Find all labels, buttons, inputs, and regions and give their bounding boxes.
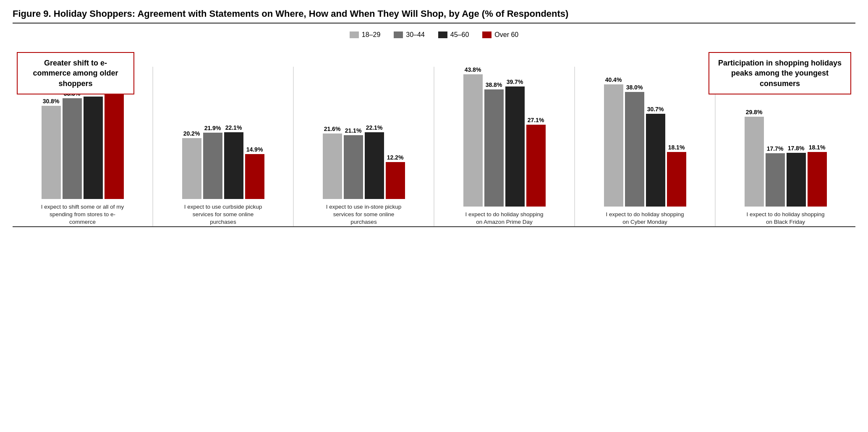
legend: 18–2930–4445–60Over 60 [13, 31, 855, 39]
bar-value-label: 18.1% [809, 144, 826, 151]
bar-rect [344, 135, 363, 199]
bar-value-label: 39.7% [507, 79, 523, 85]
chart-group: 20.2%21.9%22.1%14.9%I expect to use curb… [153, 48, 293, 226]
bars-container: 43.8%38.8%39.7%27.1% [463, 55, 546, 207]
legend-swatch [482, 31, 492, 38]
bar-column: 40.4% [604, 76, 623, 207]
legend-label: 18–29 [362, 31, 381, 39]
legend-item: 45–60 [438, 31, 469, 39]
legend-item: 30–44 [394, 31, 425, 39]
group-label: I expect to use in-store pickup services… [322, 203, 406, 226]
bar-value-label: 30.8% [43, 98, 60, 105]
group-label: I expect to do holiday shopping on Cyber… [603, 211, 687, 226]
bar-value-label: 21.1% [345, 127, 362, 134]
bar-rect [646, 114, 665, 207]
bar-rect [386, 162, 405, 199]
bar-value-label: 17.7% [767, 145, 784, 152]
chart-group: 43.8%38.8%39.7%27.1%I expect to do holid… [434, 55, 574, 226]
bar-column: 21.9% [203, 125, 222, 199]
bar-column: 17.8% [787, 145, 806, 207]
bar-column: 30.7% [646, 106, 665, 207]
bar-column: 38.0% [625, 84, 644, 207]
bar-column: 27.1% [526, 117, 546, 207]
legend-swatch [350, 31, 359, 38]
bar-value-label: 38.0% [626, 84, 643, 91]
bar-value-label: 27.1% [528, 117, 544, 123]
bar-value-label: 20.2% [183, 130, 200, 137]
bar-value-label: 18.1% [668, 144, 685, 151]
bar-value-label: 40.4% [605, 76, 622, 83]
bar-rect [245, 154, 264, 199]
page-title: Figure 9. Holiday Shoppers: Agreement wi… [13, 8, 855, 24]
bar-column: 39.7% [505, 79, 525, 207]
bar-value-label: 21.6% [324, 126, 341, 132]
bar-rect [365, 132, 384, 199]
bars-container: 20.2%21.9%22.1%14.9% [182, 48, 264, 199]
legend-swatch [438, 31, 447, 38]
bar-column: 22.1% [365, 124, 384, 199]
bar-value-label: 14.9% [246, 146, 263, 153]
bar-value-label: 30.7% [647, 106, 664, 113]
bars-container: 21.6%21.1%22.1%12.2% [323, 48, 405, 199]
bar-rect [203, 133, 222, 199]
bar-value-label: 21.9% [204, 125, 221, 131]
bar-column: 38.8% [484, 81, 504, 207]
legend-swatch [394, 31, 403, 38]
chart-group: 40.4%38.0%30.7%18.1%I expect to do holid… [575, 55, 715, 226]
bar-rect [625, 92, 644, 207]
bar-value-label: 12.2% [387, 154, 404, 161]
bar-value-label: 38.8% [486, 81, 502, 88]
bar-column: 17.7% [766, 145, 785, 207]
bar-rect [505, 86, 525, 207]
legend-item: 18–29 [350, 31, 381, 39]
bar-column: 12.2% [386, 154, 405, 199]
bar-rect [42, 106, 61, 199]
bar-column: 20.2% [182, 130, 201, 199]
bar-rect [787, 153, 806, 207]
bar-rect [84, 97, 103, 199]
bar-rect [745, 117, 764, 207]
bar-rect [182, 138, 201, 199]
bar-rect [808, 152, 827, 207]
bar-value-label: 43.8% [465, 66, 481, 73]
bar-rect [224, 132, 243, 199]
bar-column: 43.8% [463, 66, 483, 207]
bar-column: 33.3% [63, 90, 82, 199]
bar-rect [604, 84, 623, 207]
group-label: I expect to use curbside pickup services… [181, 203, 265, 226]
legend-item: Over 60 [482, 31, 518, 39]
bar-value-label: 22.1% [366, 124, 383, 131]
bar-value-label: 22.1% [225, 124, 242, 131]
bar-rect [323, 134, 342, 199]
bar-column: 21.1% [344, 127, 363, 199]
legend-label: Over 60 [494, 31, 518, 39]
bar-value-label: 17.8% [788, 145, 805, 152]
bars-container: 40.4%38.0%30.7%18.1% [604, 55, 686, 207]
bar-column: 37.2% [105, 79, 124, 199]
callout-left: Greater shift to e-commerce among older … [17, 52, 134, 94]
callout-right: Participation in shopping holidays peaks… [709, 52, 851, 94]
bar-column: 33.9% [84, 89, 103, 199]
bar-column: 18.1% [808, 144, 827, 207]
chart-wrapper: Greater shift to e-commerce among older … [13, 48, 855, 227]
bar-column: 30.8% [42, 98, 61, 199]
bar-column: 21.6% [323, 126, 342, 199]
legend-label: 45–60 [450, 31, 469, 39]
chart-group: 21.6%21.1%22.1%12.2%I expect to use in-s… [294, 48, 434, 226]
bar-rect [766, 153, 785, 207]
bar-value-label: 29.8% [746, 109, 763, 115]
bar-rect [463, 74, 483, 207]
bar-rect [63, 98, 82, 199]
legend-label: 30–44 [406, 31, 425, 39]
bar-column: 29.8% [745, 109, 764, 207]
bar-column: 14.9% [245, 146, 264, 199]
bar-rect [484, 89, 504, 207]
bar-column: 22.1% [224, 124, 243, 199]
bar-rect [526, 125, 546, 207]
group-label: I expect to shift some or all of my spen… [41, 203, 125, 226]
bar-rect [667, 152, 686, 207]
bar-rect [105, 86, 124, 199]
group-label: I expect to do holiday shopping on Black… [744, 211, 828, 226]
bar-column: 18.1% [667, 144, 686, 207]
group-label: I expect to do holiday shopping on Amazo… [463, 211, 546, 226]
